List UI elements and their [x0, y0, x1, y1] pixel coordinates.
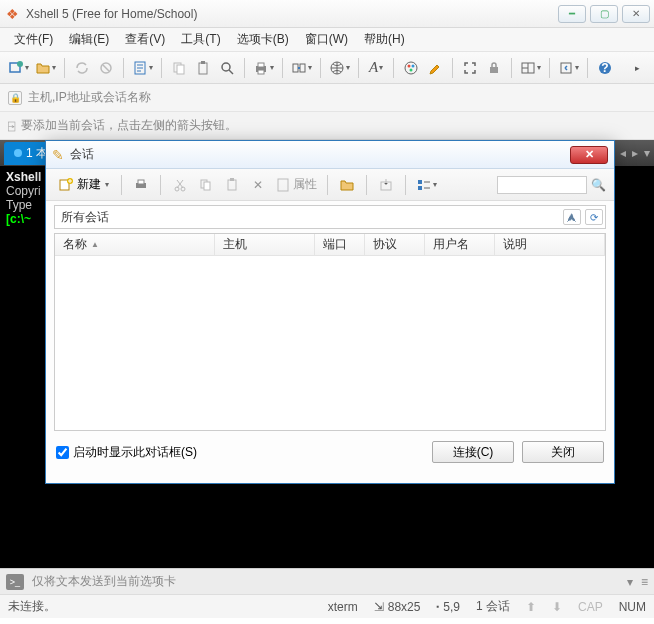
- tab-list-icon[interactable]: ▾: [644, 146, 650, 160]
- menu-tabs[interactable]: 选项卡(B): [231, 29, 295, 50]
- menu-help[interactable]: 帮助(H): [358, 29, 411, 50]
- dialog-titlebar: ✎ 会话 ✕: [46, 141, 614, 169]
- view-mode-icon[interactable]: ▾: [414, 173, 439, 197]
- lock-indicator-icon: 🔒: [8, 91, 22, 105]
- dialog-path-bar[interactable]: 所有会话 ⮝ ⟳: [54, 205, 606, 229]
- svg-rect-31: [204, 182, 210, 190]
- disconnect-icon[interactable]: [95, 56, 117, 80]
- status-up-icon: ⬆: [526, 600, 536, 614]
- col-username[interactable]: 用户名: [425, 234, 495, 255]
- paste-icon[interactable]: [192, 56, 214, 80]
- svg-rect-27: [138, 180, 144, 184]
- menu-window[interactable]: 窗口(W): [299, 29, 354, 50]
- show-on-start-input[interactable]: [56, 446, 69, 459]
- svg-rect-34: [278, 179, 288, 191]
- up-folder-icon[interactable]: ⮝: [563, 209, 581, 225]
- svg-rect-7: [201, 61, 205, 64]
- svg-rect-10: [258, 63, 264, 67]
- col-host[interactable]: 主机: [215, 234, 315, 255]
- dialog-properties-button[interactable]: 属性: [273, 173, 319, 197]
- list-body[interactable]: [55, 256, 605, 430]
- lock-icon[interactable]: [483, 56, 505, 80]
- send-dropdown-icon[interactable]: ▾: [627, 575, 633, 589]
- script-icon[interactable]: ▾: [556, 56, 581, 80]
- color-scheme-icon[interactable]: [400, 56, 422, 80]
- properties-icon[interactable]: ▾: [130, 56, 155, 80]
- col-protocol[interactable]: 协议: [365, 234, 425, 255]
- status-sessions: 1 会话: [476, 598, 510, 615]
- show-on-start-checkbox[interactable]: 启动时显示此对话框(S): [56, 444, 197, 461]
- menu-tools[interactable]: 工具(T): [175, 29, 226, 50]
- tab-status-icon: [14, 149, 22, 157]
- cut-icon[interactable]: [169, 173, 191, 197]
- main-toolbar: ▾ ▾ ▾ ▾ ▾ ▾ A▾ ▾ ▾ ? ▸: [0, 52, 654, 84]
- send-text[interactable]: 仅将文本发送到当前选项卡: [32, 573, 619, 590]
- col-name[interactable]: 名称▲: [55, 234, 215, 255]
- export-icon[interactable]: [375, 173, 397, 197]
- reconnect-icon[interactable]: [71, 56, 93, 80]
- help-icon[interactable]: ?: [594, 56, 616, 80]
- dialog-close-button[interactable]: ✕: [570, 146, 608, 164]
- dialog-toolbar: 新建▾ ✕ 属性 ▾ 🔍: [46, 169, 614, 201]
- svg-rect-12: [293, 64, 298, 72]
- dialog-title: 会话: [70, 146, 564, 163]
- delete-icon[interactable]: ✕: [247, 173, 269, 197]
- status-bar: 未连接。 xterm ⇲88x25 ▪5,9 1 会话 ⬆ ⬇ CAP NUM: [0, 594, 654, 618]
- window-controls: ━ ▢ ✕: [558, 5, 650, 23]
- open-icon[interactable]: ▾: [33, 56, 58, 80]
- window-titlebar: ❖ Xshell 5 (Free for Home/School) ━ ▢ ✕: [0, 0, 654, 28]
- send-menu-icon[interactable]: ≡: [641, 575, 648, 589]
- status-connection: 未连接。: [8, 598, 56, 615]
- svg-rect-33: [230, 178, 234, 181]
- send-bar: >_ 仅将文本发送到当前选项卡 ▾ ≡: [0, 568, 654, 594]
- status-term: xterm: [328, 600, 358, 614]
- layout-icon[interactable]: ▾: [518, 56, 543, 80]
- new-session-icon[interactable]: ▾: [6, 56, 31, 80]
- print-icon[interactable]: ▾: [251, 56, 276, 80]
- tab-prev-icon[interactable]: ◂: [620, 146, 626, 160]
- menu-edit[interactable]: 编辑(E): [63, 29, 115, 50]
- toolbar-overflow[interactable]: ▸: [626, 56, 648, 80]
- menu-bar: 文件(F) 编辑(E) 查看(V) 工具(T) 选项卡(B) 窗口(W) 帮助(…: [0, 28, 654, 52]
- dialog-search-input[interactable]: [497, 176, 587, 194]
- address-bar: 🔒 主机,IP地址或会话名称: [0, 84, 654, 112]
- dialog-paste-icon[interactable]: [221, 173, 243, 197]
- minimize-button[interactable]: ━: [558, 5, 586, 23]
- svg-rect-5: [177, 65, 184, 74]
- copy-icon[interactable]: [168, 56, 190, 80]
- svg-rect-36: [418, 180, 422, 184]
- folder-icon[interactable]: [336, 173, 358, 197]
- highlight-icon[interactable]: [424, 56, 446, 80]
- col-description[interactable]: 说明: [495, 234, 605, 255]
- address-placeholder[interactable]: 主机,IP地址或会话名称: [28, 89, 646, 106]
- search-icon[interactable]: 🔍: [591, 178, 606, 192]
- dialog-close-btn[interactable]: 关闭: [522, 441, 604, 463]
- path-text: 所有会话: [61, 209, 109, 226]
- svg-point-17: [412, 64, 415, 67]
- fullscreen-icon[interactable]: [459, 56, 481, 80]
- svg-rect-13: [300, 64, 305, 72]
- svg-point-1: [17, 61, 23, 67]
- globe-icon[interactable]: ▾: [327, 56, 352, 80]
- sessions-dialog: ✎ 会话 ✕ 新建▾ ✕ 属性 ▾ 🔍 所有会话 ⮝: [45, 140, 615, 484]
- dialog-bottom-bar: 启动时显示此对话框(S) 连接(C) 关闭: [46, 435, 614, 469]
- font-icon[interactable]: A▾: [365, 56, 387, 80]
- find-icon[interactable]: [216, 56, 238, 80]
- col-port[interactable]: 端口: [315, 234, 365, 255]
- status-num: NUM: [619, 600, 646, 614]
- new-session-button[interactable]: 新建▾: [54, 174, 113, 195]
- connect-button[interactable]: 连接(C): [432, 441, 514, 463]
- add-session-arrow-icon[interactable]: ⍈: [8, 119, 15, 133]
- dialog-icon: ✎: [52, 147, 64, 163]
- send-prompt-icon[interactable]: >_: [6, 574, 24, 590]
- menu-file[interactable]: 文件(F): [8, 29, 59, 50]
- transfer-icon[interactable]: ▾: [289, 56, 314, 80]
- refresh-icon[interactable]: ⟳: [585, 209, 603, 225]
- app-icon: ❖: [4, 6, 20, 22]
- close-button[interactable]: ✕: [622, 5, 650, 23]
- tab-next-icon[interactable]: ▸: [632, 146, 638, 160]
- menu-view[interactable]: 查看(V): [119, 29, 171, 50]
- dialog-print-icon[interactable]: [130, 173, 152, 197]
- dialog-copy-icon[interactable]: [195, 173, 217, 197]
- maximize-button[interactable]: ▢: [590, 5, 618, 23]
